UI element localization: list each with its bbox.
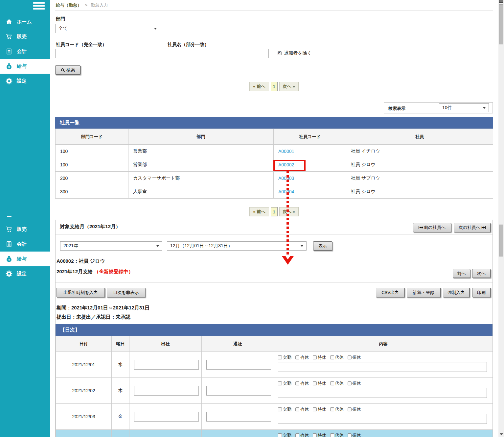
next-employee-label: 次の社員へ bbox=[459, 225, 480, 231]
note-input[interactable] bbox=[278, 414, 487, 424]
pay-status-text: （※新規登録中） bbox=[94, 269, 133, 274]
absence-checkbox[interactable] bbox=[278, 355, 282, 359]
sidebar-item-sales[interactable]: 販売 bbox=[0, 29, 50, 44]
transfer-holiday-checkbox[interactable] bbox=[348, 433, 352, 437]
employee-code-link[interactable]: A00001 bbox=[278, 149, 294, 154]
employee-code-link-selected[interactable]: A00002 bbox=[278, 162, 294, 167]
next-page-button[interactable]: 次へ » bbox=[279, 207, 299, 216]
employee-name-cell: 社員 ジロウ bbox=[346, 158, 493, 172]
clock-out-input[interactable] bbox=[206, 412, 271, 422]
print-button[interactable]: 印刷 bbox=[472, 288, 491, 297]
table-row: 200 カスタマーサポート部 A00003 社員 サブロウ bbox=[56, 172, 493, 185]
absence-checkbox[interactable] bbox=[278, 381, 282, 385]
sub-holiday-checkbox[interactable] bbox=[330, 355, 334, 359]
transfer-holiday-checkbox[interactable] bbox=[348, 355, 352, 359]
absence-label: 欠勤 bbox=[283, 381, 291, 386]
scrollbar-thumb-bottom[interactable] bbox=[499, 225, 503, 256]
sidebar-item-payroll[interactable]: ¥ 給与 bbox=[0, 59, 50, 74]
exclude-retired-checkbox[interactable] bbox=[278, 51, 282, 55]
sidebar-item-home[interactable]: ホーム bbox=[0, 14, 50, 29]
sub-holiday-label: 代休 bbox=[335, 407, 344, 412]
note-input[interactable] bbox=[278, 362, 487, 372]
clock-in-input[interactable] bbox=[134, 412, 199, 422]
table-row: 300 人事室 A00004 社員 シロウ bbox=[56, 185, 493, 199]
sidebar-menu-top: ホーム 販売 会計 ¥ 給与 設定 bbox=[0, 14, 50, 88]
sidebar-item-label: 販売 bbox=[17, 34, 27, 40]
absence-checkbox[interactable] bbox=[278, 433, 282, 437]
employee-code-link[interactable]: A00003 bbox=[278, 176, 294, 181]
note-input[interactable] bbox=[278, 388, 487, 398]
dept-label: 部門 bbox=[56, 16, 65, 22]
hide-daily-button[interactable]: 日次を非表示 bbox=[107, 288, 145, 297]
vertical-scrollbar[interactable] bbox=[498, 0, 504, 437]
exclude-retired-option[interactable]: 退職者を除く bbox=[278, 50, 314, 56]
hamburger-menu-icon[interactable] bbox=[33, 2, 45, 11]
dept-code-cell: 200 bbox=[56, 172, 128, 185]
clock-in-input[interactable] bbox=[134, 360, 199, 370]
selected-employee-line: A00002：社員 ジロウ bbox=[57, 258, 105, 264]
paid-leave-label: 有休 bbox=[300, 433, 309, 437]
csv-export-button[interactable]: CSV出力 bbox=[376, 288, 404, 297]
employee-code-link[interactable]: A00004 bbox=[278, 189, 294, 194]
month-select[interactable]: 12月（12月01日～12月31日） bbox=[167, 241, 307, 251]
sub-holiday-label: 代休 bbox=[335, 355, 344, 360]
sidebar-item-label: 会計 bbox=[17, 48, 27, 55]
search-button[interactable]: 検索 bbox=[55, 65, 80, 75]
next-button[interactable]: 次へ bbox=[472, 269, 491, 278]
breadcrumb: 給与（勤怠） > 勤怠入力 bbox=[56, 2, 108, 8]
clock-in-input[interactable] bbox=[134, 386, 199, 396]
clock-out-input[interactable] bbox=[206, 360, 271, 370]
show-button[interactable]: 表示 bbox=[313, 241, 332, 251]
enter-times-button[interactable]: 出退社時刻を入力 bbox=[57, 288, 105, 297]
calculator-icon bbox=[6, 48, 12, 55]
transfer-holiday-label: 振休 bbox=[353, 433, 361, 437]
sidebar-item-payroll[interactable]: ¥ 給与 bbox=[0, 252, 50, 266]
sub-holiday-checkbox[interactable] bbox=[330, 407, 334, 411]
special-leave-checkbox[interactable] bbox=[313, 381, 317, 385]
scrollbar-thumb-top[interactable] bbox=[499, 4, 503, 44]
dept-select[interactable]: 全て bbox=[55, 24, 160, 33]
clock-out-input[interactable] bbox=[206, 386, 271, 396]
paid-leave-checkbox[interactable] bbox=[295, 381, 299, 385]
employee-name-input[interactable] bbox=[167, 49, 269, 58]
prev-employee-button[interactable]: ◀◀ 前の社員へ bbox=[413, 223, 451, 232]
sidebar-item-settings[interactable]: 設定 bbox=[0, 266, 50, 281]
sub-holiday-checkbox[interactable] bbox=[330, 381, 334, 385]
breadcrumb-link[interactable]: 給与（勤怠） bbox=[56, 3, 81, 8]
force-input-button[interactable]: 強制入力 bbox=[443, 288, 470, 297]
transfer-holiday-checkbox[interactable] bbox=[348, 381, 352, 385]
employee-code-input[interactable] bbox=[55, 49, 160, 58]
paid-leave-checkbox[interactable] bbox=[295, 355, 299, 359]
special-leave-checkbox[interactable] bbox=[313, 407, 317, 411]
display-count-select[interactable]: 10件 bbox=[439, 103, 489, 112]
employee-name-cell: 社員 イチロウ bbox=[346, 145, 493, 158]
next-employee-button[interactable]: 次の社員へ ▶▶ bbox=[454, 223, 491, 232]
sidebar-item-sales[interactable]: 販売 bbox=[0, 222, 50, 237]
sidebar-item-label: 会計 bbox=[17, 241, 27, 247]
special-leave-checkbox[interactable] bbox=[313, 355, 317, 359]
calculator-icon bbox=[6, 241, 12, 248]
scroll-down-arrow-icon[interactable] bbox=[500, 433, 503, 435]
paid-leave-checkbox[interactable] bbox=[295, 433, 299, 437]
sidebar-item-settings[interactable]: 設定 bbox=[0, 74, 50, 88]
prev-page-button[interactable]: « 前へ bbox=[249, 207, 269, 216]
next-page-button[interactable]: 次へ » bbox=[279, 82, 299, 91]
absence-checkbox[interactable] bbox=[278, 407, 282, 411]
transfer-holiday-checkbox[interactable] bbox=[348, 407, 352, 411]
year-select[interactable]: 2021年 bbox=[60, 241, 162, 251]
sidebar-item-label: ホーム bbox=[17, 19, 32, 25]
paid-leave-checkbox[interactable] bbox=[295, 407, 299, 411]
sidebar-item-accounting[interactable]: 会計 bbox=[0, 44, 50, 59]
paid-leave-label: 有休 bbox=[300, 355, 309, 360]
calc-register-button[interactable]: 計算・登録 bbox=[407, 288, 441, 297]
display-count-label: 検索表示 bbox=[388, 106, 405, 111]
scroll-up-button[interactable] bbox=[499, 0, 503, 3]
sidebar-item-accounting[interactable]: 会計 bbox=[0, 237, 50, 252]
prev-page-button[interactable]: « 前へ bbox=[249, 82, 269, 91]
dept-code-cell: 100 bbox=[56, 158, 128, 172]
absence-label: 欠勤 bbox=[283, 433, 291, 437]
special-leave-checkbox[interactable] bbox=[313, 433, 317, 437]
sub-holiday-checkbox[interactable] bbox=[330, 433, 334, 437]
prev-button[interactable]: 前へ bbox=[453, 269, 470, 278]
dept-cell: 人事室 bbox=[128, 185, 274, 199]
